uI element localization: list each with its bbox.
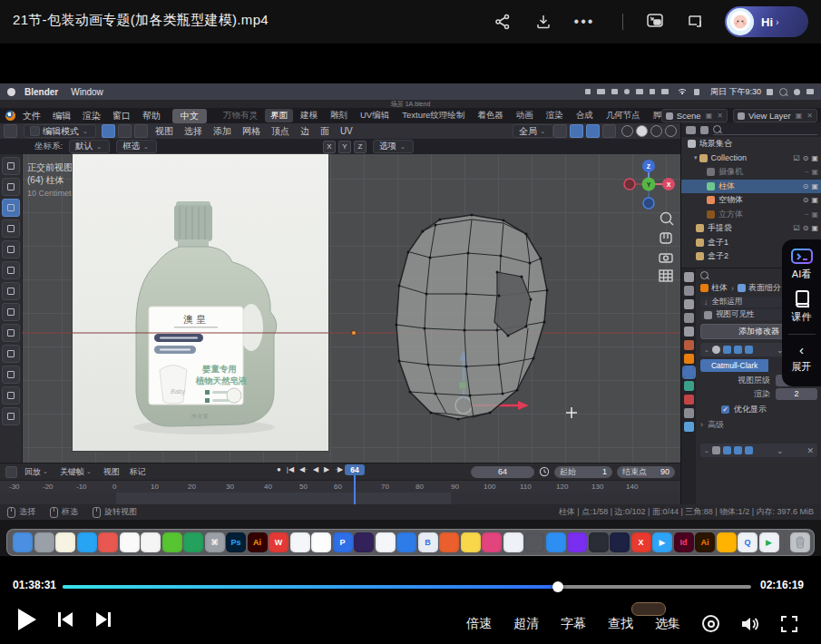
pivot-point-icon[interactable] xyxy=(553,124,567,138)
properties-tab[interactable] xyxy=(684,299,694,309)
checkbox-icon[interactable]: ☑ xyxy=(794,224,800,232)
viewport-menu-item[interactable]: 边 xyxy=(300,125,309,138)
workspace-tab[interactable]: 雕刻 xyxy=(325,109,353,122)
editor-type-icon[interactable] xyxy=(4,124,17,138)
outliner-item[interactable]: 空物体 ⊙ ▣ xyxy=(681,193,821,208)
dock-app-icon[interactable] xyxy=(439,532,459,552)
realtime-display-icon[interactable] xyxy=(734,346,742,354)
edit-mode-display-icon[interactable] xyxy=(723,446,731,454)
properties-tab[interactable] xyxy=(684,408,694,418)
fullscreen-icon[interactable] xyxy=(781,616,797,632)
dock-app-icon[interactable] xyxy=(120,532,140,552)
next-episode-button[interactable] xyxy=(94,610,112,629)
transform-orientation-field[interactable]: 默认⌄ xyxy=(69,140,110,153)
viewport-menu-item[interactable]: 选择 xyxy=(184,125,202,138)
workspace-tab[interactable]: 动画 xyxy=(511,109,539,122)
measure-tool[interactable] xyxy=(2,303,20,321)
dock-app-icon[interactable] xyxy=(354,532,374,552)
workspace-tab[interactable]: 万物有灵 xyxy=(218,109,263,122)
pan-viewport-button[interactable] xyxy=(660,233,671,243)
mode-dropdown[interactable]: 编辑模式 ⌄ xyxy=(24,124,96,138)
modifier-field[interactable]: 渲染 2 xyxy=(700,388,817,400)
playhead-badge[interactable]: 64 xyxy=(345,464,365,475)
workspace-tab[interactable]: 界面 xyxy=(265,109,293,122)
dock-app-icon[interactable] xyxy=(98,532,118,552)
dock-app-icon[interactable] xyxy=(524,532,544,552)
trash-icon[interactable] xyxy=(790,532,810,552)
move-tool[interactable] xyxy=(2,199,20,217)
transport-button[interactable]: ● xyxy=(277,465,281,473)
player-option[interactable]: 字幕 xyxy=(561,616,586,632)
edge-select-icon[interactable] xyxy=(118,124,132,138)
properties-tab[interactable] xyxy=(684,340,694,350)
viewport-menu-item[interactable]: 网格 xyxy=(242,125,260,138)
download-icon[interactable] xyxy=(533,12,553,32)
properties-tab[interactable] xyxy=(684,422,694,432)
workspace-tab[interactable]: 合成 xyxy=(571,109,599,122)
dock-app-icon[interactable] xyxy=(610,532,630,552)
menu-item[interactable]: 编辑 xyxy=(53,110,71,122)
dock-app-icon[interactable] xyxy=(162,532,182,552)
second-modifier-header[interactable]: ⌄ ⌄ ✕ xyxy=(700,444,817,457)
zoom-viewport-button[interactable] xyxy=(661,213,674,226)
visibility-eye-icon[interactable]: ⊙ xyxy=(803,224,809,232)
loopcut-tool[interactable] xyxy=(2,386,20,405)
toggle-ortho-button[interactable] xyxy=(660,270,672,281)
player-option[interactable]: 倍速 xyxy=(466,616,492,632)
orientation-dropdown[interactable]: 全局⌄ xyxy=(513,124,553,138)
viewport-menu-item[interactable]: UV xyxy=(340,126,353,136)
mirror-axis-toggle[interactable]: Y xyxy=(338,141,351,153)
bevel-tool[interactable] xyxy=(2,366,20,384)
render-camera-icon[interactable]: ▣ xyxy=(811,154,818,162)
dock-app-icon[interactable] xyxy=(482,532,502,552)
workspace-tab[interactable]: Texture纹理绘制 xyxy=(396,109,470,122)
pip-icon[interactable] xyxy=(645,11,665,31)
visibility-eye-icon[interactable]: ⊙ xyxy=(803,154,809,162)
visibility-eye-icon[interactable]: ⊙ xyxy=(803,196,809,204)
ai-watch-button[interactable]: AI看 xyxy=(791,247,813,281)
copy-scene-icon[interactable]: ▣ xyxy=(706,112,713,120)
progress-bar[interactable] xyxy=(63,585,751,589)
dock-app-icon[interactable]: ⌘ xyxy=(205,532,225,552)
previous-episode-button[interactable] xyxy=(56,610,74,629)
mirror-axis-toggle[interactable]: X xyxy=(323,141,336,153)
workspace-tab[interactable]: 建模 xyxy=(295,109,323,122)
material-shading-icon[interactable] xyxy=(650,125,662,137)
catmull-clark-button[interactable]: Catmull-Clark xyxy=(700,359,768,372)
dock-app-icon[interactable]: ▶ xyxy=(652,532,672,552)
render-camera-icon[interactable]: ▣ xyxy=(811,168,818,176)
courseware-button[interactable]: 课件 xyxy=(792,289,812,324)
edit-mode-display-icon[interactable] xyxy=(723,346,731,354)
optimal-display-row[interactable]: ✓ 优化显示 xyxy=(696,403,821,415)
delete-scene-icon[interactable]: ✕ xyxy=(717,112,723,120)
properties-tab[interactable] xyxy=(684,367,694,377)
render-camera-icon[interactable]: ▣ xyxy=(811,224,818,232)
timeline-menu-item[interactable]: 标记 xyxy=(130,466,146,478)
properties-tab[interactable] xyxy=(684,395,694,405)
vertex-select-icon[interactable] xyxy=(102,124,115,138)
transport-button[interactable]: ·▶ xyxy=(335,465,343,473)
checkbox-icon[interactable]: ☑ xyxy=(794,154,800,162)
cursor-tool[interactable] xyxy=(2,178,20,196)
transport-button[interactable]: ◀ xyxy=(313,465,318,473)
properties-tab[interactable] xyxy=(684,272,694,282)
mirror-axis-toggle[interactable]: Z xyxy=(354,141,367,153)
language-button[interactable]: 中文 xyxy=(172,109,207,123)
checkbox-checked-icon[interactable]: ✓ xyxy=(721,405,729,414)
dock-app-icon[interactable]: Ai xyxy=(695,532,715,552)
outliner-search[interactable] xyxy=(713,124,817,135)
dock-app-icon[interactable] xyxy=(34,532,54,552)
dock-app-icon[interactable] xyxy=(311,532,331,552)
navigation-gizmo[interactable]: Z X Y xyxy=(624,160,675,209)
properties-tab[interactable] xyxy=(684,286,694,296)
transport-button[interactable]: ◀· xyxy=(299,465,308,473)
viewport-menu-item[interactable]: 添加 xyxy=(213,125,231,138)
xray-toggle-icon[interactable] xyxy=(602,124,616,138)
dock-app-icon[interactable] xyxy=(13,532,33,552)
dock-app-icon[interactable] xyxy=(55,532,75,552)
scene-field[interactable]: Scene ▣ ✕ xyxy=(661,109,728,122)
extrude-tool[interactable] xyxy=(2,324,20,342)
outliner-item[interactable]: 场景集合 xyxy=(681,137,821,151)
dock-app-icon[interactable]: B xyxy=(418,532,438,552)
menu-item[interactable]: 帮助 xyxy=(142,110,161,122)
